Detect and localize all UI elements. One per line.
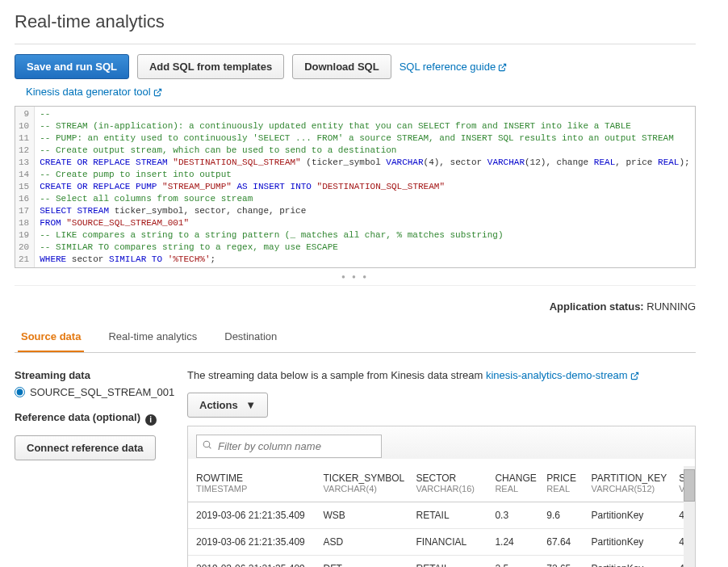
svg-line-0 [502, 64, 506, 68]
column-header[interactable]: TICKER_SYMBOLVARCHAR(4) [316, 466, 408, 502]
column-header[interactable]: CHANGEREAL [487, 466, 538, 502]
table-cell: 72.65 [538, 556, 583, 568]
svg-point-3 [203, 441, 210, 447]
table-cell: FINANCIAL [408, 529, 487, 556]
table-cell: RETAIL [408, 502, 487, 529]
table-cell: RETAIL [408, 556, 487, 568]
desc-text: The streaming data below is a sample fro… [187, 369, 486, 381]
external-link-icon [153, 88, 162, 97]
scrollbar-thumb[interactable] [684, 469, 695, 502]
table-cell: 0.3 [487, 502, 538, 529]
status-value: RUNNING [646, 300, 696, 313]
chevron-down-icon: ▼ [245, 399, 256, 411]
table-row[interactable]: 2019-03-06 21:21:35.409WSBRETAIL0.39.6Pa… [188, 502, 695, 529]
download-sql-button[interactable]: Download SQL [292, 54, 391, 79]
link-text: SQL reference guide [400, 61, 496, 73]
page-title: Real-time analytics [15, 11, 696, 32]
table-cell: PartitionKey [584, 529, 672, 556]
column-header[interactable]: ROWTIMETIMESTAMP [188, 466, 316, 502]
tabs: Source dataReal-time analyticsDestinatio… [15, 322, 696, 353]
tab-source-data[interactable]: Source data [18, 322, 84, 352]
table-cell: 67.64 [538, 529, 583, 556]
divider [15, 44, 696, 44]
column-header[interactable]: PARTITION_KEYVARCHAR(512) [584, 466, 672, 502]
editor-gutter: 9101112131415161718192021 [15, 107, 35, 267]
actions-button[interactable]: Actions ▼ [187, 393, 268, 418]
stream-description: The streaming data below is a sample fro… [187, 369, 696, 381]
main-panel: The streaming data below is a sample fro… [187, 369, 696, 567]
table-cell: 2.5 [487, 556, 538, 568]
save-run-sql-button[interactable]: Save and run SQL [15, 54, 129, 79]
resize-handle[interactable]: ● ● ● [15, 268, 696, 286]
link-text: Kinesis data generator tool [26, 86, 151, 98]
tab-destination[interactable]: Destination [221, 322, 280, 352]
svg-line-2 [634, 372, 638, 376]
table-cell: 1.24 [487, 529, 538, 556]
search-icon [202, 439, 212, 452]
connect-reference-data-button[interactable]: Connect reference data [15, 435, 156, 460]
table-cell: DFT [316, 556, 408, 568]
reference-heading-text: Reference data (optional) [15, 411, 140, 423]
svg-line-4 [209, 447, 211, 448]
toolbar: Save and run SQL Add SQL from templates … [15, 54, 696, 79]
external-link-icon [630, 372, 639, 380]
table-cell: 9.6 [538, 502, 583, 529]
table-cell: PartitionKey [584, 502, 672, 529]
sidebar: Streaming data SOURCE_SQL_STREAM_001 Ref… [15, 369, 168, 567]
editor-code[interactable]: -- -- STREAM (in-application): a continu… [35, 107, 695, 267]
sql-editor[interactable]: 9101112131415161718192021 -- -- STREAM (… [15, 106, 696, 268]
stream-radio-row[interactable]: SOURCE_SQL_STREAM_001 [15, 386, 168, 398]
reference-data-heading: Reference data (optional) i [15, 411, 168, 426]
kinesis-generator-link[interactable]: Kinesis data generator tool [26, 86, 162, 98]
filter-input[interactable] [196, 435, 382, 458]
table-cell: PartitionKey [584, 556, 672, 568]
application-status: Application status: RUNNING [15, 300, 696, 313]
table-cell: WSB [316, 502, 408, 529]
demo-stream-link[interactable]: kinesis-analytics-demo-stream [486, 369, 639, 381]
table-row[interactable]: 2019-03-06 21:21:35.409DFTRETAIL2.572.65… [188, 556, 695, 568]
external-link-icon [498, 63, 507, 72]
table-cell: ASD [316, 529, 408, 556]
status-label: Application status: [550, 300, 644, 313]
table-cell: 2019-03-06 21:21:35.409 [188, 556, 316, 568]
vertical-scrollbar[interactable] [684, 466, 695, 567]
table-row[interactable]: 2019-03-06 21:21:35.409ASDFINANCIAL1.246… [188, 529, 695, 556]
column-header[interactable]: PRICEREAL [538, 466, 583, 502]
svg-line-1 [157, 89, 161, 93]
column-header[interactable]: SECTORVARCHAR(16) [408, 466, 487, 502]
table-cell: 2019-03-06 21:21:35.409 [188, 529, 316, 556]
data-table: ROWTIMETIMESTAMPTICKER_SYMBOLVARCHAR(4)S… [188, 466, 695, 567]
stream-name: SOURCE_SQL_STREAM_001 [30, 386, 174, 398]
tab-real-time-analytics[interactable]: Real-time analytics [105, 322, 200, 352]
actions-label: Actions [199, 399, 238, 411]
streaming-data-heading: Streaming data [15, 369, 168, 381]
add-sql-templates-button[interactable]: Add SQL from templates [137, 54, 284, 79]
sql-reference-link[interactable]: SQL reference guide [400, 61, 507, 73]
data-panel: ROWTIMETIMESTAMPTICKER_SYMBOLVARCHAR(4)S… [187, 426, 696, 567]
stream-radio[interactable] [15, 387, 25, 397]
link-text: kinesis-analytics-demo-stream [486, 369, 628, 381]
info-icon[interactable]: i [145, 414, 157, 426]
table-cell: 2019-03-06 21:21:35.409 [188, 502, 316, 529]
